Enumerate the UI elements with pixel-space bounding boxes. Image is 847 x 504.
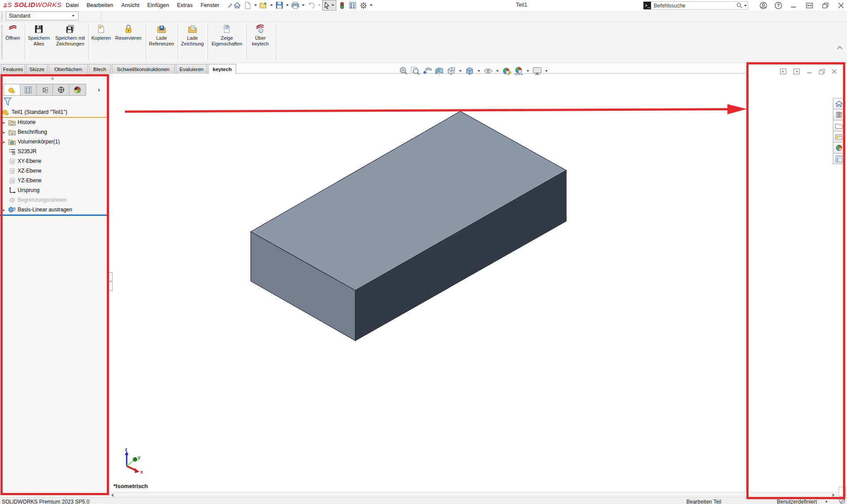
- status-config-arrow[interactable]: ▴: [825, 499, 828, 503]
- tab-featuremanager-tree[interactable]: [4, 84, 20, 95]
- tree-item-ursprung[interactable]: Ursprung: [0, 185, 109, 195]
- new-document-dropdown[interactable]: [254, 4, 257, 6]
- apply-scene-dropdown[interactable]: [527, 70, 529, 72]
- expander-icon[interactable]: ▸: [0, 120, 8, 125]
- tab-evaluieren[interactable]: Evaluieren: [176, 64, 207, 74]
- interference-lights-icon[interactable]: [337, 0, 347, 10]
- menu-bearbeiten[interactable]: Bearbeiten: [83, 0, 117, 11]
- tab-property-manager[interactable]: [20, 84, 37, 95]
- search-icon[interactable]: [736, 2, 743, 9]
- select-tool-dropdown[interactable]: [331, 4, 334, 6]
- taskpane-restore-button[interactable]: [817, 68, 827, 75]
- print-button[interactable]: [290, 0, 300, 10]
- open-dropdown[interactable]: [270, 4, 273, 6]
- display-style-icon[interactable]: [465, 66, 474, 76]
- taskpane-design-library-tab[interactable]: [833, 109, 845, 120]
- hide-show-items-dropdown[interactable]: [496, 70, 499, 72]
- tree-filter-icon[interactable]: [4, 98, 11, 107]
- save-button[interactable]: [275, 0, 284, 10]
- lade-zeichnung-button[interactable]: Lade Zeichnung: [178, 24, 207, 47]
- tab-schweisskonstruktionen[interactable]: Schweißkonstruktionen: [112, 64, 175, 74]
- tree-item-historie[interactable]: ▸ Historie: [0, 117, 109, 127]
- collapse-toolbar-button[interactable]: [837, 45, 843, 51]
- lade-referenzen-button[interactable]: Lade Referenzen: [147, 24, 177, 47]
- search-dropdown[interactable]: [744, 5, 747, 7]
- home-button[interactable]: [232, 0, 242, 10]
- keytech-oeffnen-button[interactable]: Öffnen: [2, 24, 24, 41]
- scrollbar-corner-box[interactable]: [839, 487, 846, 496]
- tree-item-material[interactable]: S235JR: [0, 147, 109, 156]
- tab-display-manager[interactable]: [69, 84, 86, 95]
- menu-fenster[interactable]: Fenster: [196, 0, 223, 11]
- options-list-button[interactable]: [348, 0, 358, 10]
- standard-combo-box[interactable]: Standard: [6, 11, 79, 20]
- taskpane-custom-properties-tab[interactable]: [833, 153, 845, 164]
- tree-item-yz-ebene[interactable]: YZ-Ebene: [0, 176, 109, 185]
- taskpane-file-explorer-tab[interactable]: [833, 120, 845, 131]
- view-settings-dropdown[interactable]: [545, 70, 548, 72]
- tab-skizze[interactable]: Skizze: [26, 64, 48, 74]
- display-style-dropdown[interactable]: [478, 70, 480, 72]
- taskpane-view-palette-tab[interactable]: [833, 131, 845, 142]
- panel-splitter-dot[interactable]: [51, 77, 54, 80]
- section-view-icon[interactable]: [434, 66, 444, 76]
- undo-button[interactable]: [306, 0, 316, 10]
- menu-einfuegen[interactable]: Einfügen: [143, 0, 173, 11]
- tree-item-basis-linear-austragen[interactable]: ▸ Basis-Linear austragen: [0, 205, 109, 214]
- status-config-name[interactable]: Benutzerdefiniert: [777, 499, 817, 504]
- taskpane-home-tab[interactable]: [833, 98, 845, 109]
- print-dropdown[interactable]: [302, 4, 305, 6]
- tab-keytech[interactable]: keytech: [208, 64, 236, 74]
- panel-splitter-handle[interactable]: [109, 272, 113, 291]
- zoom-to-fit-icon[interactable]: [399, 66, 408, 76]
- tree-item-xy-ebene[interactable]: XY-Ebene: [0, 156, 109, 166]
- kopieren-button[interactable]: Kopieren: [89, 24, 113, 41]
- edit-appearance-icon[interactable]: [502, 66, 512, 76]
- expander-icon[interactable]: ▸: [0, 139, 8, 144]
- tree-item-xz-ebene[interactable]: XZ-Ebene: [0, 166, 109, 176]
- speichern-mit-zeichnungen-button[interactable]: Speichern mit Zeichnungen: [53, 24, 87, 47]
- scroll-right-arrow[interactable]: [832, 493, 835, 497]
- tab-strip-overflow-arrow[interactable]: ›: [98, 86, 100, 93]
- apply-scene-icon[interactable]: [514, 66, 523, 76]
- view-orientation-dropdown[interactable]: [459, 70, 462, 72]
- scroll-left-arrow[interactable]: [111, 493, 113, 497]
- settings-dropdown[interactable]: [370, 4, 373, 6]
- tab-configuration-manager[interactable]: [37, 84, 53, 95]
- tree-item-begrenzungsrahmen[interactable]: Begrenzungsrahmen: [0, 195, 109, 205]
- tab-features[interactable]: Features: [1, 64, 25, 74]
- taskpane-dock-right-button[interactable]: [791, 68, 801, 75]
- menu-ansicht[interactable]: Ansicht: [117, 0, 143, 11]
- open-button[interactable]: [259, 0, 268, 10]
- standard-combo-arrow[interactable]: [72, 15, 75, 17]
- account-button[interactable]: [757, 1, 769, 9]
- restore-window-button[interactable]: [820, 1, 831, 9]
- ueber-keytech-button[interactable]: i Über keytech: [247, 24, 274, 47]
- toolbar-drag-handle[interactable]: [1, 12, 3, 20]
- hide-show-items-icon[interactable]: [483, 66, 493, 76]
- command-search-box[interactable]: >_ Befehlssuche: [643, 1, 748, 10]
- close-window-button[interactable]: [835, 1, 847, 9]
- taskpane-close-button[interactable]: [829, 68, 839, 75]
- rollback-bar[interactable]: [0, 214, 109, 216]
- tab-dimxpert-manager[interactable]: [53, 84, 69, 95]
- zoom-to-area-icon[interactable]: [410, 66, 420, 76]
- settings-gear-button[interactable]: [358, 0, 368, 10]
- tab-oberflaechen[interactable]: Oberflächen: [49, 64, 88, 74]
- graphics-viewport[interactable]: [109, 74, 746, 492]
- span-displays-button[interactable]: [804, 1, 815, 9]
- view-orientation-icon[interactable]: [446, 66, 456, 76]
- expander-icon[interactable]: ▸: [0, 130, 8, 135]
- tree-root-item[interactable]: Teil1 (Standard "Teil1"): [0, 107, 109, 117]
- horizontal-scrollbar[interactable]: [109, 492, 838, 497]
- tree-item-volumenkoerper[interactable]: ▸ Volumenkörper(1): [0, 137, 109, 147]
- menu-extras[interactable]: Extras: [173, 0, 196, 11]
- previous-view-icon[interactable]: [422, 66, 432, 76]
- zeige-eigenschaften-button[interactable]: i Zeige Eigenschaften: [208, 24, 245, 47]
- undo-dropdown[interactable]: [318, 4, 320, 6]
- speichern-alles-button[interactable]: Speichern Alles: [26, 24, 52, 47]
- taskpane-appearances-tab[interactable]: [833, 142, 845, 153]
- new-document-button[interactable]: [243, 0, 252, 10]
- view-settings-icon[interactable]: [532, 66, 542, 76]
- tab-blech[interactable]: Blech: [89, 64, 111, 74]
